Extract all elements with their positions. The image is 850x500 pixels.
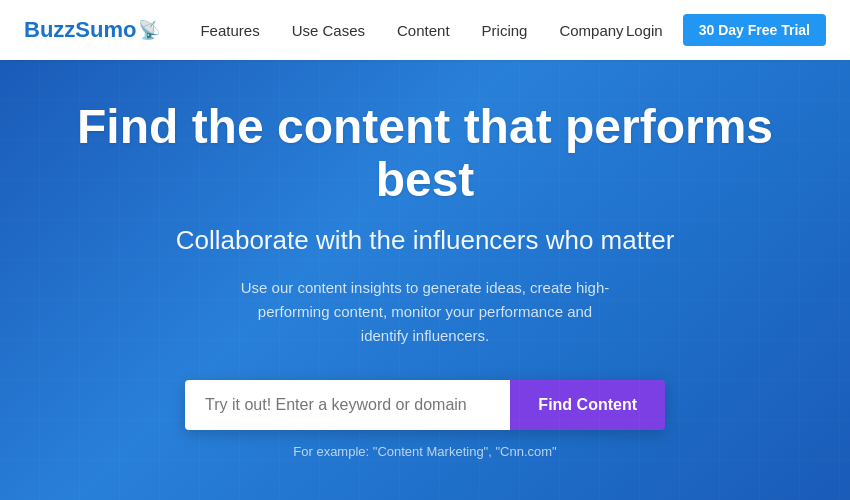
nav-link-company[interactable]: Company (559, 22, 623, 39)
hero-description: Use our content insights to generate ide… (235, 276, 615, 348)
nav-link-features[interactable]: Features (200, 22, 259, 39)
nav-link-pricing[interactable]: Pricing (482, 22, 528, 39)
hero-title: Find the content that performs best (60, 101, 790, 207)
nav-link-usecases[interactable]: Use Cases (292, 22, 365, 39)
nav-link-content[interactable]: Content (397, 22, 450, 39)
login-link[interactable]: Login (626, 22, 663, 39)
hero-subtitle: Collaborate with the influencers who mat… (176, 225, 675, 256)
search-bar: Find Content (185, 380, 665, 430)
search-input[interactable] (185, 380, 510, 430)
hero-section: Find the content that performs best Coll… (0, 60, 850, 500)
logo-text: BuzzSumo (24, 17, 136, 43)
nav-right: Login 30 Day Free Trial (626, 14, 826, 46)
trial-button[interactable]: 30 Day Free Trial (683, 14, 826, 46)
search-hint: For example: "Content Marketing", "Cnn.c… (293, 444, 556, 459)
logo[interactable]: BuzzSumo 📡 (24, 17, 160, 43)
logo-icon: 📡 (138, 19, 160, 41)
nav-links: Features Use Cases Content Pricing Compa… (200, 22, 626, 39)
find-content-button[interactable]: Find Content (510, 380, 665, 430)
navbar: BuzzSumo 📡 Features Use Cases Content Pr… (0, 0, 850, 60)
